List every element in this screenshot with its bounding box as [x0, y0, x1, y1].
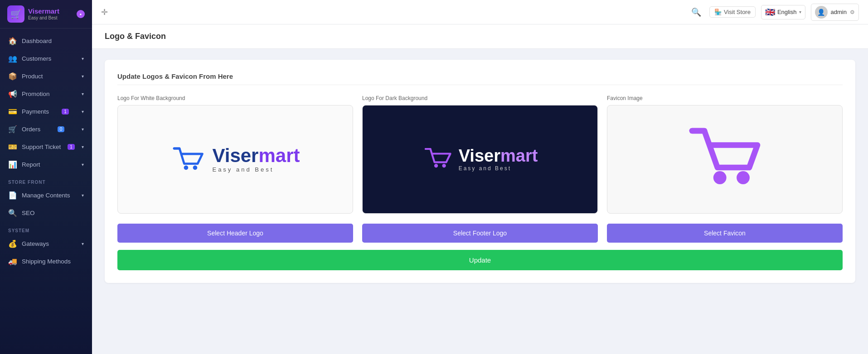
white-logo-image: Visermart Easy and Best [163, 134, 307, 185]
sidebar-item-label: Orders [22, 126, 40, 133]
brand-name-text: Visermart [28, 7, 59, 15]
flag-icon: 🇬🇧 [765, 7, 775, 17]
store-icon: 🏪 [714, 9, 722, 15]
sidebar-item-seo[interactable]: 🔍 SEO [0, 204, 92, 222]
avatar: 👤 [815, 6, 828, 19]
favicon-preview [607, 105, 843, 214]
manage-contents-icon: 📄 [8, 191, 17, 200]
support-badge: 1 [68, 144, 75, 150]
sidebar-item-payments[interactable]: 💳 Payments 1 ▾ [0, 103, 92, 120]
sidebar-item-label: SEO [22, 210, 35, 216]
chevron-down-icon: ▾ [82, 144, 84, 149]
cart-icon-dark [422, 143, 454, 176]
logo-white-label: Logo For White Background [117, 95, 353, 101]
main-nav: 🏠 Dashboard 👥 Customers ▾ 📦 Product ▾ 📢 … [0, 29, 92, 354]
chevron-down-icon: ▾ [82, 56, 84, 61]
sidebar-item-label: Payments [22, 108, 49, 115]
svg-point-4 [713, 171, 727, 184]
select-footer-logo-button[interactable]: Select Footer Logo [362, 224, 598, 243]
logo-dot: ● [77, 10, 85, 18]
logo-grid: Logo For White Background [117, 95, 843, 214]
page-content: Logo & Favicon Update Logos & Favicon Fr… [92, 24, 868, 354]
page-header: Logo & Favicon [92, 24, 868, 49]
product-icon: 📦 [8, 72, 17, 81]
sidebar-item-customers[interactable]: 👥 Customers ▾ [0, 50, 92, 67]
sidebar-item-label: Promotion [22, 91, 50, 97]
system-section-label: SYSTEM [0, 222, 92, 235]
select-header-logo-button[interactable]: Select Header Logo [117, 224, 353, 243]
chevron-down-icon: ▾ [82, 127, 84, 132]
select-buttons-row: Select Header Logo Select Footer Logo Se… [117, 224, 843, 243]
sidebar-item-promotion[interactable]: 📢 Promotion ▾ [0, 85, 92, 103]
logo-dark-block: Logo For Dark Background [362, 95, 598, 214]
report-icon: 📊 [8, 160, 17, 169]
search-icon[interactable]: 🔍 [691, 7, 701, 17]
select-favicon-button[interactable]: Select Favicon [607, 224, 843, 243]
chevron-down-icon: ▾ [82, 91, 84, 96]
sidebar-item-gateways[interactable]: 💰 Gateways ▾ [0, 235, 92, 253]
sidebar-item-dashboard[interactable]: 🏠 Dashboard [0, 32, 92, 50]
seo-icon: 🔍 [8, 209, 17, 217]
visit-store-button[interactable]: 🏪 Visit Store [709, 6, 756, 18]
svg-point-5 [737, 171, 750, 184]
hash-icon: ✛ [101, 7, 108, 17]
favicon-block: Favicon Image [607, 95, 843, 214]
sidebar-logo[interactable]: 🛒 Visermart Easy and Best ● [0, 0, 92, 29]
language-label: English [777, 9, 797, 15]
logo-dark-label: Logo For Dark Background [362, 95, 598, 101]
brand-name: Visermart Easy and Best [28, 7, 59, 21]
support-icon: 🎫 [8, 143, 17, 151]
favicon-label: Favicon Image [607, 95, 843, 101]
logo-white-preview: Visermart Easy and Best [117, 105, 353, 214]
sidebar-item-label: Customers [22, 55, 51, 62]
logo-favicon-card: Update Logos & Favicon From Here Logo Fo… [105, 60, 855, 283]
sidebar-item-label: Shipping Methods [22, 258, 71, 265]
brand-tagline: Easy and Best [28, 15, 59, 21]
logo-text-block: Visermart Easy and Best [28, 7, 59, 21]
visit-store-label: Visit Store [724, 9, 751, 15]
svg-point-1 [193, 166, 198, 170]
sidebar-item-product[interactable]: 📦 Product ▾ [0, 67, 92, 85]
cart-icon-white [170, 141, 207, 177]
sidebar-item-label: Manage Contents [22, 192, 70, 199]
shipping-icon: 🚚 [8, 257, 17, 266]
logo-cart-icon: 🛒 [7, 5, 24, 23]
chevron-down-icon: ▾ [82, 109, 84, 114]
chevron-down-icon: ▾ [82, 193, 84, 198]
top-header: ✛ 🔍 🏪 Visit Store 🇬🇧 English ▾ 👤 admin ⚙ [92, 0, 868, 24]
dashboard-icon: 🏠 [8, 37, 17, 45]
sidebar-item-support[interactable]: 🎫 Support Ticket 1 ▾ [0, 138, 92, 156]
admin-button[interactable]: 👤 admin ⚙ [811, 4, 859, 21]
sidebar-item-label: Dashboard [22, 38, 52, 44]
page-body: Update Logos & Favicon From Here Logo Fo… [92, 49, 868, 294]
orders-icon: 🛒 [8, 125, 17, 134]
sidebar-item-label: Gateways [22, 240, 49, 247]
gateways-icon: 💰 [8, 239, 17, 248]
sidebar-item-manage-contents[interactable]: 📄 Manage Contents ▾ [0, 187, 92, 204]
page-title: Logo & Favicon [105, 32, 855, 41]
dark-brand-text: Visermart Easy and Best [459, 147, 538, 172]
favicon-image [684, 114, 766, 205]
sidebar-item-orders[interactable]: 🛒 Orders 0 ▾ [0, 120, 92, 138]
svg-point-0 [184, 166, 189, 170]
sidebar-item-report[interactable]: 📊 Report ▾ [0, 156, 92, 173]
sidebar-item-shipping[interactable]: 🚚 Shipping Methods [0, 253, 92, 270]
dark-logo-image: Visermart Easy and Best [415, 135, 545, 183]
svg-point-3 [442, 164, 446, 167]
sidebar: 🛒 Visermart Easy and Best ● 🏠 Dashboard … [0, 0, 92, 354]
section-heading: Update Logos & Favicon From Here [117, 72, 843, 85]
sidebar-item-label: Support Ticket [22, 144, 61, 150]
svg-point-2 [434, 164, 438, 167]
customers-icon: 👥 [8, 54, 17, 63]
chevron-down-icon: ▾ [82, 241, 84, 246]
chevron-down-icon: ▾ [82, 74, 84, 79]
chevron-down-icon: ▾ [82, 162, 84, 167]
update-button[interactable]: Update [117, 250, 843, 270]
payments-icon: 💳 [8, 107, 17, 116]
language-button[interactable]: 🇬🇧 English ▾ [761, 5, 805, 19]
payments-badge: 1 [62, 109, 69, 115]
sidebar-item-label: Report [22, 161, 40, 168]
admin-label: admin [831, 9, 847, 15]
logo-dark-preview: Visermart Easy and Best [362, 105, 598, 214]
logo-white-block: Logo For White Background [117, 95, 353, 214]
